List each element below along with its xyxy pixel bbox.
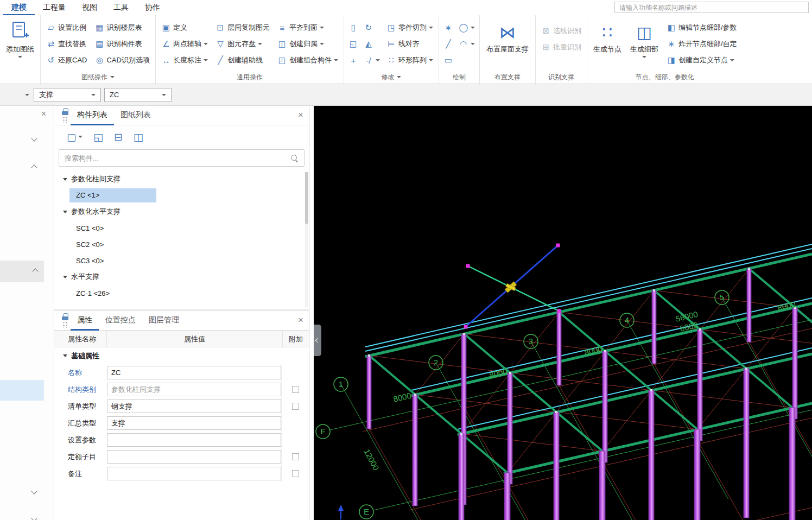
scrollbar-thumb[interactable] xyxy=(305,172,308,224)
expand-chevron-icon[interactable] xyxy=(31,164,37,170)
tree-item-selected[interactable]: ZC <1> xyxy=(54,187,309,204)
component-dropdown[interactable]: ZC xyxy=(104,88,172,102)
tab-layer-management[interactable]: 图层管理 xyxy=(142,311,186,331)
section-basic-properties[interactable]: 基础属性 xyxy=(54,347,309,364)
create-composite-button[interactable]: ◰创建组合构件 xyxy=(274,52,341,68)
store-component-button[interactable]: ◫ xyxy=(130,130,147,144)
menu-tab-view[interactable]: 视图 xyxy=(74,0,105,15)
tree-group[interactable]: 参数化柱间支撑 xyxy=(54,171,309,187)
list-type-input[interactable]: 钢支撑 xyxy=(107,399,281,413)
place-roof-brace-button[interactable]: ⋈ 布置屋面支撑 xyxy=(482,20,533,54)
delete-component-button[interactable]: ⊟ xyxy=(110,130,126,144)
menu-tab-quantities[interactable]: 工程量 xyxy=(35,0,74,15)
menu-tab-tools[interactable]: 工具 xyxy=(105,0,137,15)
tree-item[interactable]: SC3 <0> xyxy=(54,252,309,269)
tab-component-list[interactable]: 构件列表 xyxy=(71,106,114,125)
menu-tab-collaborate[interactable]: 协作 xyxy=(137,0,168,15)
batch-recognize-button[interactable]: ⊞批量识别 xyxy=(538,39,585,55)
extra-checkbox[interactable] xyxy=(292,403,299,410)
two-point-axis-button[interactable]: ∠两点辅轴 xyxy=(158,36,211,52)
scrollbar[interactable] xyxy=(305,172,308,307)
trim-extend-button[interactable]: -/ xyxy=(361,52,382,68)
panel-collapse-handle[interactable] xyxy=(314,325,321,356)
global-search-input[interactable] xyxy=(614,2,809,13)
tree-group[interactable]: 水平支撑 xyxy=(54,269,309,285)
find-replace-button[interactable]: ⇄查找替换 xyxy=(43,36,90,52)
tab-position-handles[interactable]: 位置控点 xyxy=(99,311,142,331)
collapse-chevron-icon[interactable] xyxy=(31,515,37,520)
part-cut-button[interactable]: ◳零件切割 xyxy=(383,20,436,36)
set-scale-button[interactable]: ▱设置比例 xyxy=(43,20,90,36)
draw-arc-button[interactable]: ◠ xyxy=(456,36,477,52)
tree-item[interactable]: ZC-1 <26> xyxy=(54,285,309,301)
edit-node-detail-button[interactable]: ◧编辑节点细部/参数 xyxy=(663,20,740,36)
tab-sheet-list[interactable]: 图纸列表 xyxy=(114,106,157,125)
copy-between-floors-button[interactable]: ⊡层间复制图元 xyxy=(212,20,273,36)
move-button[interactable]: + xyxy=(346,52,360,68)
component-search[interactable] xyxy=(59,149,304,167)
close-icon[interactable]: × xyxy=(298,315,303,326)
close-icon[interactable]: × xyxy=(298,110,303,121)
dimension-label: 8000 xyxy=(489,367,508,380)
summary-type-input[interactable]: 支撑 xyxy=(107,416,281,430)
tab-properties[interactable]: 属性 xyxy=(71,311,99,331)
remark-input[interactable] xyxy=(107,467,281,480)
dock-section[interactable] xyxy=(0,261,44,282)
collapse-chevron-icon[interactable] xyxy=(31,135,37,141)
group-label-sheet-ops[interactable]: 图纸操作 xyxy=(43,71,153,84)
parameters-input[interactable] xyxy=(107,433,281,447)
clipped-dropdown[interactable] xyxy=(0,94,34,96)
menu-tab-modeling[interactable]: 建模 xyxy=(3,0,35,15)
component-search-input[interactable] xyxy=(65,154,290,162)
recognize-floor-table-button[interactable]: ▦识别楼层表 xyxy=(91,20,153,36)
draw-circle-button[interactable]: ◯ xyxy=(456,20,477,36)
category-dropdown[interactable]: 支撑 xyxy=(34,88,101,102)
copy-button[interactable]: ◱ xyxy=(346,36,360,52)
delete-button[interactable]: ▯ xyxy=(346,20,360,36)
save-elements-button[interactable]: ▽图元存盘 xyxy=(212,36,273,52)
model-3d-view[interactable]: 1 2 3 4 5 F E 8000 8000 8000 56000 8000 … xyxy=(314,106,812,520)
tree-item[interactable]: SC2 <0> xyxy=(54,236,309,252)
collapse-chevron-icon[interactable] xyxy=(31,488,37,494)
ring-array-button[interactable]: ∷环形阵列 xyxy=(383,52,436,68)
name-value-input[interactable]: ZC xyxy=(107,366,281,379)
close-icon[interactable]: × xyxy=(41,109,46,119)
structure-type-input[interactable]: 参数化柱间支撑 xyxy=(107,383,281,396)
extra-checkbox[interactable] xyxy=(292,453,299,460)
length-annotation-button[interactable]: ↔长度标注 xyxy=(158,52,211,68)
panel-grip[interactable] xyxy=(60,108,71,123)
dock-selected-item[interactable] xyxy=(0,380,44,401)
panel-grip[interactable] xyxy=(60,313,71,328)
cad-recognition-options-button[interactable]: ◎CAD识别选项 xyxy=(91,52,153,68)
extra-checkbox[interactable] xyxy=(292,386,299,393)
restore-cad-button[interactable]: ↺还原CAD xyxy=(43,52,90,68)
generate-node-button[interactable]: ∷ 生成节点 xyxy=(589,20,625,54)
viewport-3d[interactable]: 1 2 3 4 5 F E 8000 8000 8000 56000 8000 … xyxy=(314,106,812,520)
tree-item[interactable]: SC1 <0> xyxy=(54,220,309,236)
recognize-component-table-button[interactable]: ▤识别构件表 xyxy=(91,36,153,52)
generate-node-icon: ∷ xyxy=(602,21,612,45)
rotate-button[interactable]: ↻ xyxy=(361,20,382,36)
add-drawing-button[interactable]: 添加图纸 xyxy=(2,20,38,58)
create-ownership-button[interactable]: ◫创建归属 xyxy=(274,36,341,52)
group-label-modify[interactable]: 修改 xyxy=(346,71,436,84)
create-guideline-button[interactable]: ╱创建辅助线 xyxy=(212,52,273,68)
define-button[interactable]: ▣定义 xyxy=(158,20,211,36)
align-to-surface-button[interactable]: ≡平齐到面 xyxy=(274,20,341,36)
mirror-button[interactable]: ◭ xyxy=(361,36,382,52)
extra-checkbox[interactable] xyxy=(292,470,299,477)
generate-detail-button[interactable]: ◫ 生成细部 xyxy=(626,20,662,58)
lock-icon[interactable] xyxy=(62,108,68,115)
draw-rect-button[interactable]: ▭ xyxy=(441,52,455,68)
draw-point-button[interactable]: ∗ xyxy=(441,20,455,36)
draw-line-button[interactable]: ╱ xyxy=(441,36,455,52)
new-component-button[interactable]: ▢ xyxy=(63,130,86,144)
line-align-button[interactable]: ⊨线对齐 xyxy=(383,36,436,52)
lock-icon[interactable] xyxy=(62,313,68,320)
recognize-by-line-button[interactable]: ⊠选线识别 xyxy=(538,23,585,39)
tree-group[interactable]: 参数化水平支撑 xyxy=(54,204,309,220)
explode-node-detail-button[interactable]: ∗炸开节点细部/自定 xyxy=(663,36,740,52)
quota-item-input[interactable] xyxy=(107,450,281,464)
copy-component-button[interactable]: ◱ xyxy=(90,130,107,144)
create-custom-node-button[interactable]: ◨创建自定义节点 xyxy=(663,52,740,68)
